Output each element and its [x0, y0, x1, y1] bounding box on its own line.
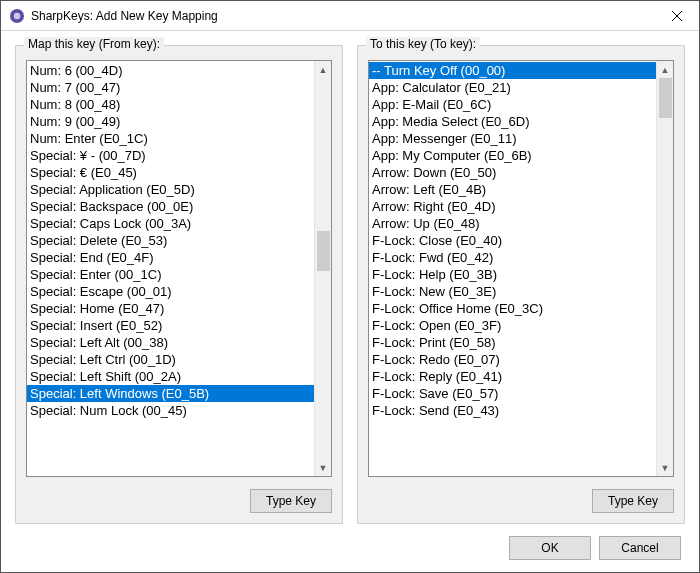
list-item[interactable]: Num: 6 (00_4D) [27, 62, 314, 79]
list-item[interactable]: App: E-Mail (E0_6C) [369, 96, 656, 113]
list-item[interactable]: F-Lock: Print (E0_58) [369, 334, 656, 351]
list-item[interactable]: Special: Insert (E0_52) [27, 317, 314, 334]
to-type-key-button[interactable]: Type Key [592, 489, 674, 513]
window-title: SharpKeys: Add New Key Mapping [31, 9, 218, 23]
list-item[interactable]: F-Lock: Send (E0_43) [369, 402, 656, 419]
list-item[interactable]: F-Lock: Close (E0_40) [369, 232, 656, 249]
list-item[interactable]: Special: Application (E0_5D) [27, 181, 314, 198]
scroll-down-icon[interactable]: ▼ [657, 459, 673, 476]
cancel-button[interactable]: Cancel [599, 536, 681, 560]
list-item[interactable]: App: Calculator (E0_21) [369, 79, 656, 96]
to-group-footer: Type Key [368, 489, 674, 513]
to-key-scrollbar[interactable]: ▲ ▼ [656, 61, 673, 476]
close-icon [672, 11, 682, 21]
close-button[interactable] [654, 1, 699, 30]
dialog-window: SharpKeys: Add New Key Mapping Map this … [0, 0, 700, 573]
list-item[interactable]: App: Media Select (E0_6D) [369, 113, 656, 130]
titlebar: SharpKeys: Add New Key Mapping [1, 1, 699, 31]
list-item[interactable]: Special: Left Ctrl (00_1D) [27, 351, 314, 368]
list-item[interactable]: Num: Enter (E0_1C) [27, 130, 314, 147]
from-type-key-button[interactable]: Type Key [250, 489, 332, 513]
list-item[interactable]: Special: Delete (E0_53) [27, 232, 314, 249]
to-key-listbox[interactable]: -- Turn Key Off (00_00)App: Calculator (… [369, 61, 656, 476]
list-item[interactable]: Special: End (E0_4F) [27, 249, 314, 266]
list-item[interactable]: F-Lock: Redo (E0_07) [369, 351, 656, 368]
list-item[interactable]: Arrow: Right (E0_4D) [369, 198, 656, 215]
list-item[interactable]: Special: Num Lock (00_45) [27, 402, 314, 419]
to-key-legend: To this key (To key): [366, 37, 480, 51]
list-item[interactable]: F-Lock: New (E0_3E) [369, 283, 656, 300]
list-item[interactable]: Special: Caps Lock (00_3A) [27, 215, 314, 232]
list-item[interactable]: Special: Escape (00_01) [27, 283, 314, 300]
list-item[interactable]: F-Lock: Save (E0_57) [369, 385, 656, 402]
from-key-listbox-wrap: Num: 6 (00_4D)Num: 7 (00_47)Num: 8 (00_4… [26, 60, 332, 477]
list-item[interactable]: Num: 8 (00_48) [27, 96, 314, 113]
list-item[interactable]: Num: 9 (00_49) [27, 113, 314, 130]
list-item[interactable]: -- Turn Key Off (00_00) [369, 62, 656, 79]
client-area: Map this key (From key): Num: 6 (00_4D)N… [1, 31, 699, 572]
ok-button[interactable]: OK [509, 536, 591, 560]
from-key-groupbox: Map this key (From key): Num: 6 (00_4D)N… [15, 45, 343, 524]
list-item[interactable]: Special: Left Windows (E0_5B) [27, 385, 314, 402]
to-key-listbox-wrap: -- Turn Key Off (00_00)App: Calculator (… [368, 60, 674, 477]
list-item[interactable]: Special: Backspace (00_0E) [27, 198, 314, 215]
list-item[interactable]: App: My Computer (E0_6B) [369, 147, 656, 164]
from-key-listbox[interactable]: Num: 6 (00_4D)Num: 7 (00_47)Num: 8 (00_4… [27, 61, 314, 476]
from-key-legend: Map this key (From key): [24, 37, 164, 51]
list-item[interactable]: Special: Left Alt (00_38) [27, 334, 314, 351]
list-item[interactable]: Arrow: Down (E0_50) [369, 164, 656, 181]
list-item[interactable]: App: Messenger (E0_11) [369, 130, 656, 147]
list-item[interactable]: F-Lock: Office Home (E0_3C) [369, 300, 656, 317]
list-item[interactable]: F-Lock: Open (E0_3F) [369, 317, 656, 334]
svg-point-1 [14, 12, 20, 18]
scroll-down-icon[interactable]: ▼ [315, 459, 331, 476]
list-item[interactable]: Special: Left Shift (00_2A) [27, 368, 314, 385]
dialog-footer: OK Cancel [15, 536, 685, 560]
list-item[interactable]: Arrow: Up (E0_48) [369, 215, 656, 232]
list-item[interactable]: Special: Enter (00_1C) [27, 266, 314, 283]
to-key-groupbox: To this key (To key): -- Turn Key Off (0… [357, 45, 685, 524]
scrollbar-thumb[interactable] [659, 78, 672, 118]
list-item[interactable]: Special: € (E0_45) [27, 164, 314, 181]
from-key-scrollbar[interactable]: ▲ ▼ [314, 61, 331, 476]
list-item[interactable]: Num: 7 (00_47) [27, 79, 314, 96]
list-item[interactable]: F-Lock: Fwd (E0_42) [369, 249, 656, 266]
scroll-up-icon[interactable]: ▲ [315, 61, 331, 78]
list-item[interactable]: Special: Home (E0_47) [27, 300, 314, 317]
app-icon [9, 8, 25, 24]
list-item[interactable]: Arrow: Left (E0_4B) [369, 181, 656, 198]
list-item[interactable]: F-Lock: Help (E0_3B) [369, 266, 656, 283]
list-item[interactable]: F-Lock: Reply (E0_41) [369, 368, 656, 385]
list-item[interactable]: Special: ¥ - (00_7D) [27, 147, 314, 164]
from-group-footer: Type Key [26, 489, 332, 513]
scroll-up-icon[interactable]: ▲ [657, 61, 673, 78]
scrollbar-thumb[interactable] [317, 231, 330, 271]
panels-row: Map this key (From key): Num: 6 (00_4D)N… [15, 45, 685, 524]
